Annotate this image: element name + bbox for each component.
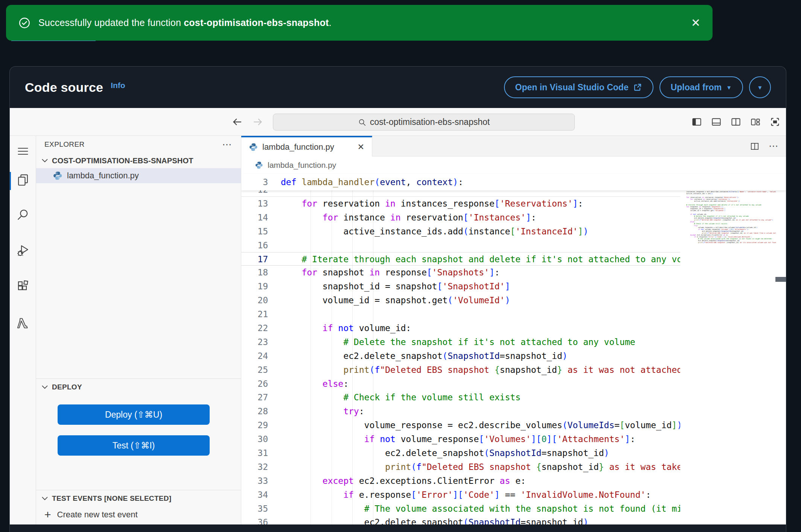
code-text[interactable]: except ec2.exceptions.ClientError as e: (281, 474, 526, 488)
run-debug-icon[interactable] (16, 243, 30, 257)
code-text[interactable]: volume_id = snapshot.get('VolumeId') (281, 293, 510, 307)
tab-lambda-function[interactable]: lambda_function.py ✕ (241, 136, 372, 157)
line-number: 19 (241, 280, 281, 293)
code-line-12[interactable]: 12 (241, 190, 680, 197)
code-line-19[interactable]: 19 snapshot_id = snapshot['SnapshotId'] (241, 280, 680, 293)
code-text[interactable]: def lambda_handler(event, context): (281, 174, 463, 190)
line-number: 33 (241, 474, 281, 488)
code-text[interactable]: for snapshot in response['Snapshots']: (281, 266, 500, 280)
toggle-panel-icon[interactable] (711, 116, 722, 128)
caret-down-icon: ▼ (757, 85, 763, 90)
code-line-17[interactable]: 17 # Iterate through each snapshot and d… (241, 252, 680, 266)
activity-bar (10, 136, 36, 524)
test-events-header[interactable]: TEST EVENTS [NONE SELECTED] (36, 490, 241, 507)
toggle-secondary-sidebar-icon[interactable] (730, 116, 742, 128)
folder-tree-item[interactable]: COST-OPTIMISATION-EBS-SNAPSHOT (36, 153, 241, 168)
line-number: 29 (241, 418, 281, 432)
explorer-more-actions-icon[interactable]: ⋯ (222, 139, 233, 150)
code-text[interactable]: if not volume_id: (281, 321, 411, 335)
code-text[interactable]: try: (281, 404, 364, 418)
code-line-22[interactable]: 22 if not volume_id: (241, 321, 680, 335)
code-line-36[interactable]: 36 ec2.delete_snapshot(SnapshotId=snapsh… (241, 515, 680, 524)
code-text[interactable]: snapshot_id = snapshot['SnapshotId'] (281, 280, 510, 293)
open-vscode-button[interactable]: Open in Visual Studio Code (504, 76, 653, 98)
line-number: 17 (241, 252, 281, 266)
editor-scrollbar-thumb[interactable] (775, 277, 786, 282)
toggle-primary-sidebar-icon[interactable] (691, 116, 702, 128)
aws-lambda-icon[interactable] (15, 316, 30, 331)
banner-message: Successfully updated the function cost-o… (38, 17, 332, 28)
customize-layout-icon[interactable] (750, 116, 761, 128)
code-line-30[interactable]: 30 if not volume_response['Volumes'][0][… (241, 432, 680, 446)
tab-close-icon[interactable]: ✕ (358, 142, 364, 152)
fullscreen-icon[interactable] (769, 116, 781, 128)
code-line-16[interactable]: 16 (241, 239, 680, 252)
deploy-section-header[interactable]: DEPLOY (36, 379, 241, 395)
menu-icon[interactable] (17, 146, 29, 156)
code-viewport[interactable]: 1213 for reservation in instances_respon… (241, 190, 680, 524)
code-line-25[interactable]: 25 print(f"Deleted EBS snapshot {snapsho… (241, 363, 680, 377)
code-line-15[interactable]: 15 active_instance_ids.add(instance['Ins… (241, 225, 680, 239)
code-text[interactable]: ec2.delete_snapshot(SnapshotId=snapshot_… (281, 446, 609, 460)
code-text[interactable]: print(f"Deleted EBS snapshot {snapshot_i… (281, 460, 680, 474)
line-number: 22 (241, 321, 281, 335)
code-text[interactable]: ec2.delete_snapshot(SnapshotId=snapshot_… (281, 515, 588, 524)
code-text[interactable]: # Check if the volume still exists (281, 391, 521, 404)
code-text[interactable]: volume_response = ec2.describe_volumes(V… (281, 418, 680, 432)
code-line-18[interactable]: 18 for snapshot in response['Snapshots']… (241, 266, 680, 280)
code-text[interactable]: for reservation in instances_response['R… (281, 197, 583, 211)
code-text[interactable]: # The volume associated with the snapsho… (281, 502, 680, 516)
info-link[interactable]: Info (111, 81, 125, 90)
upload-from-button[interactable]: Upload from ▼ (659, 76, 743, 98)
code-text[interactable]: for instance in reservation['Instances']… (281, 211, 536, 225)
code-line-35[interactable]: 35 # The volume associated with the snap… (241, 502, 680, 516)
line-number: 13 (241, 197, 281, 211)
code-text[interactable]: if e.response['Error']['Code'] == 'Inval… (281, 488, 651, 502)
search-input[interactable]: cost-optimisation-ebs-snapshot (273, 114, 575, 131)
code-line-32[interactable]: 32 print(f"Deleted EBS snapshot {snapsho… (241, 460, 680, 474)
code-line-27[interactable]: 27 # Check if the volume still exists (241, 391, 680, 404)
forward-arrow-icon[interactable] (252, 116, 263, 128)
code-line-3[interactable]: 3def lambda_handler(event, context): (241, 174, 786, 190)
split-editor-icon[interactable] (750, 141, 760, 151)
code-line-14[interactable]: 14 for instance in reservation['Instance… (241, 211, 680, 225)
code-line-24[interactable]: 24 ec2.delete_snapshot(SnapshotId=snapsh… (241, 349, 680, 363)
test-button[interactable]: Test (⇧⌘I) (58, 435, 210, 456)
code-line-33[interactable]: 33 except ec2.exceptions.ClientError as … (241, 474, 680, 488)
extensions-icon[interactable] (16, 280, 30, 293)
code-text[interactable]: print(f"Deleted EBS snapshot {snapshot_i… (281, 363, 680, 377)
code-line-26[interactable]: 26 else: (241, 377, 680, 391)
sticky-scroll-line[interactable]: 3def lambda_handler(event, context): (241, 174, 786, 190)
banner-close-icon[interactable]: ✕ (691, 17, 700, 29)
chevron-down-icon (41, 496, 48, 501)
create-test-event-item[interactable]: + Create new test event (36, 507, 241, 523)
explorer-icon[interactable] (16, 173, 30, 187)
code-line-20[interactable]: 20 volume_id = snapshot.get('VolumeId') (241, 293, 680, 307)
code-text[interactable]: else: (281, 377, 349, 391)
breadcrumb-item[interactable]: lambda_function.py (268, 161, 336, 170)
code-text[interactable]: ec2.delete_snapshot(SnapshotId=snapshot_… (281, 349, 568, 363)
code-line-21[interactable]: 21 (241, 307, 680, 321)
line-number: 18 (241, 266, 281, 280)
more-actions-dropdown-button[interactable]: ▼ (749, 76, 771, 98)
search-view-icon[interactable] (16, 208, 30, 222)
breadcrumb: lambda_function.py (241, 157, 786, 174)
code-text[interactable]: if not volume_response['Volumes'][0]['At… (281, 432, 635, 446)
back-arrow-icon[interactable] (231, 116, 243, 128)
code-line-13[interactable]: 13 for reservation in instances_response… (241, 197, 680, 211)
python-file-icon (53, 171, 62, 181)
code-line-23[interactable]: 23 # Delete the snapshot if it's not att… (241, 335, 680, 349)
code-text[interactable]: active_instance_ids.add(instance['Instan… (281, 225, 588, 239)
deploy-button[interactable]: Deploy (⇧⌘U) (58, 404, 210, 425)
code-text[interactable]: # Iterate through each snapshot and dele… (281, 252, 680, 266)
ide-main-row: EXPLORER ⋯ COST-OPTIMISATION-EBS-SNAPSHO… (10, 136, 786, 524)
line-number: 21 (241, 307, 281, 321)
code-line-29[interactable]: 29 volume_response = ec2.describe_volume… (241, 418, 680, 432)
file-tree-item-selected[interactable]: lambda_function.py (36, 168, 241, 183)
banner-function-name: cost-optimisation-ebs-snapshot (184, 17, 329, 28)
code-line-28[interactable]: 28 try: (241, 404, 680, 418)
code-text[interactable]: # Delete the snapshot if it's not attach… (281, 335, 635, 349)
code-line-34[interactable]: 34 if e.response['Error']['Code'] == 'In… (241, 488, 680, 502)
editor-more-actions-icon[interactable]: ⋯ (769, 140, 779, 152)
code-line-31[interactable]: 31 ec2.delete_snapshot(SnapshotId=snapsh… (241, 446, 680, 460)
